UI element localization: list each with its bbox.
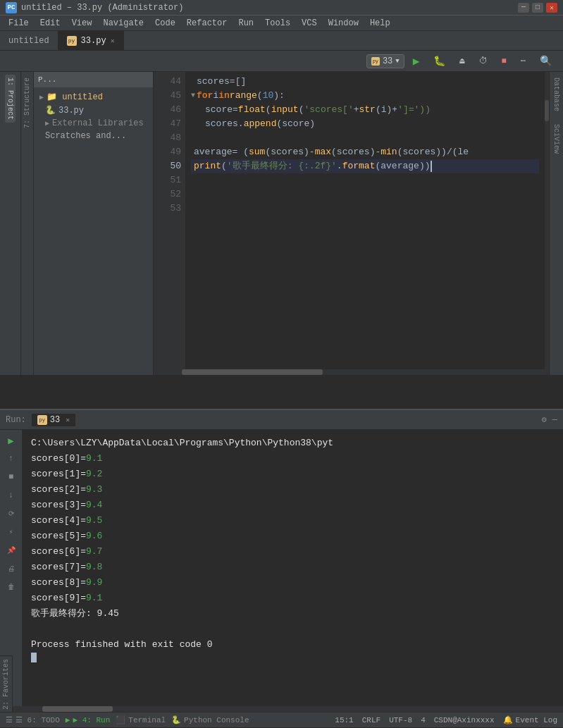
run-tab-icon: py bbox=[37, 415, 47, 425]
run-tab-33[interactable]: py 33 ✕ bbox=[32, 414, 75, 426]
code-content: 44 45 46 47 48 49 50 51 52 53 scores bbox=[154, 72, 549, 369]
code-line-49: average = ( sum (scores)- max (scores)- … bbox=[191, 145, 539, 159]
menubar: File Edit View Navigate Code Refactor Ru… bbox=[0, 16, 563, 31]
main-body: 1: Project 7: Structure P... ▶ 📁 untitle… bbox=[0, 72, 563, 727]
line-numbers: 44 45 46 47 48 49 50 51 52 53 bbox=[154, 72, 185, 369]
coverage-button[interactable]: ⏏ bbox=[454, 54, 470, 68]
code-line-46: score = float ( input ( 'scores[' + str … bbox=[191, 103, 539, 117]
run-status[interactable]: ▶ ▶ 4: Run bbox=[66, 715, 110, 724]
menu-refactor[interactable]: Refactor bbox=[181, 17, 233, 30]
output-scores-2: scores[2]=9.3 bbox=[31, 482, 555, 498]
code-line-51 bbox=[191, 173, 539, 187]
more-button[interactable]: ⋯ bbox=[515, 54, 531, 68]
run-play-button[interactable]: ▶ bbox=[4, 433, 19, 448]
indent-indicator: 4 bbox=[421, 716, 426, 724]
tab-file-label: 33.py bbox=[81, 36, 106, 46]
tree-item-root[interactable]: ▶ 📁 untitled bbox=[34, 90, 153, 104]
scratches-label: Scratches and... bbox=[45, 131, 126, 141]
todo-status[interactable]: ☰ ☰ 6: TODO bbox=[6, 715, 60, 724]
structure-label[interactable]: 7: Structure bbox=[23, 72, 31, 134]
menu-code[interactable]: Code bbox=[149, 17, 181, 30]
run-stop-button[interactable]: ■ bbox=[4, 469, 19, 485]
profile-button[interactable]: ⏱ bbox=[474, 54, 493, 68]
run-down-button[interactable]: ↓ bbox=[4, 488, 19, 503]
menu-run[interactable]: Run bbox=[233, 17, 259, 30]
csdn-label: CSDN@Axinxxxx bbox=[434, 716, 495, 724]
tab-close-icon[interactable]: ✕ bbox=[111, 37, 115, 45]
python-console-status[interactable]: 🐍 Python Console bbox=[171, 715, 249, 724]
file-icon: py bbox=[67, 36, 77, 46]
chevron-icon: ▶ bbox=[45, 119, 49, 128]
debug-button[interactable]: 🐛 bbox=[428, 53, 451, 69]
run-button[interactable]: ▶ bbox=[407, 52, 426, 70]
run-up-button[interactable]: ↑ bbox=[4, 451, 19, 467]
line-num-44: 44 bbox=[154, 75, 181, 89]
delete-button[interactable]: 🗑 bbox=[4, 579, 19, 595]
run-filter-button[interactable]: ⚡ bbox=[4, 524, 19, 540]
code-line-52 bbox=[191, 187, 539, 202]
project-tree: ▶ 📁 untitled 🐍 33.py ▶ External Librarie… bbox=[34, 87, 153, 145]
run-config-label: 33 bbox=[383, 56, 392, 66]
menu-view[interactable]: View bbox=[66, 17, 98, 30]
close-button[interactable]: ✕ bbox=[546, 3, 557, 13]
output-scores-6: scores[6]=9.7 bbox=[31, 544, 555, 560]
pin-button[interactable]: 📌 bbox=[4, 543, 19, 558]
vertical-sidebar: 7: Structure bbox=[21, 72, 34, 375]
tab-untitled[interactable]: untitled bbox=[0, 31, 58, 50]
app-icon: PC bbox=[6, 2, 17, 13]
event-log-btn[interactable]: 🔔 Event Log bbox=[503, 715, 557, 724]
line-num-46: 46 bbox=[154, 103, 181, 117]
run-minimize-icon[interactable]: ─ bbox=[552, 415, 557, 425]
crlf-indicator[interactable]: CRLF bbox=[362, 716, 381, 724]
menu-edit[interactable]: Edit bbox=[35, 17, 66, 30]
run-h-scrollbar[interactable] bbox=[0, 706, 563, 712]
tree-item-external[interactable]: ▶ External Libraries bbox=[34, 117, 153, 130]
line-num-45: 45 bbox=[154, 89, 181, 103]
stop-button[interactable]: ■ bbox=[496, 54, 512, 68]
print-button[interactable]: 🖨 bbox=[4, 561, 19, 576]
output-scores-5: scores[5]=9.6 bbox=[31, 529, 555, 544]
fold-arrow-45[interactable]: ▼ bbox=[191, 89, 195, 103]
sidebar-project-icon[interactable]: 1: Project bbox=[5, 75, 16, 123]
menu-help[interactable]: Help bbox=[364, 17, 396, 30]
encoding-indicator[interactable]: UTF-8 bbox=[389, 716, 412, 724]
database-tab[interactable]: Database bbox=[551, 72, 562, 117]
horizontal-scrollbar[interactable] bbox=[154, 369, 549, 375]
scroll-thumb[interactable] bbox=[545, 100, 549, 121]
code-editor: 44 45 46 47 48 49 50 51 52 53 scores bbox=[154, 72, 549, 375]
menu-window[interactable]: Window bbox=[323, 17, 364, 30]
output-scores-8: scores[8]=9.9 bbox=[31, 575, 555, 591]
window-controls: ─ □ ✕ bbox=[518, 3, 557, 13]
code-lines[interactable]: scores = [] ▼ for i in range ( 10 ): bbox=[185, 72, 545, 369]
search-everywhere-button[interactable]: 🔍 bbox=[534, 53, 557, 69]
h-scroll-thumb[interactable] bbox=[182, 369, 323, 375]
terminal-status[interactable]: ⬛ Terminal bbox=[116, 715, 166, 724]
status-left: ☰ ☰ 6: TODO ▶ ▶ 4: Run ⬛ Terminal 🐍 Pyth… bbox=[6, 715, 249, 724]
run-config-select[interactable]: py 33 ▼ bbox=[366, 54, 404, 68]
output-scores-1: scores[1]=9.2 bbox=[31, 467, 555, 482]
run-settings-icon[interactable]: ⚙ bbox=[542, 414, 547, 425]
menu-vcs[interactable]: VCS bbox=[296, 17, 323, 30]
tab-file[interactable]: py 33.py ✕ bbox=[58, 31, 124, 50]
run-h-scroll-thumb[interactable] bbox=[42, 706, 113, 712]
menu-tools[interactable]: Tools bbox=[259, 17, 296, 30]
event-log-icon: 🔔 bbox=[503, 715, 513, 724]
scview-tab[interactable]: SciView bbox=[551, 118, 562, 159]
minimize-button[interactable]: ─ bbox=[518, 3, 529, 13]
project-panel-title: P... bbox=[38, 75, 56, 84]
maximize-button[interactable]: □ bbox=[532, 3, 543, 13]
run-tab-close-icon[interactable]: ✕ bbox=[66, 416, 70, 424]
run-rerun-button[interactable]: ⟳ bbox=[4, 506, 19, 522]
tree-item-33py[interactable]: 🐍 33.py bbox=[34, 104, 153, 117]
menu-navigate[interactable]: Navigate bbox=[97, 17, 149, 30]
toolbar: py 33 ▼ ▶ 🐛 ⏏ ⏱ ■ ⋯ 🔍 bbox=[0, 51, 563, 72]
line-num-53: 53 bbox=[154, 202, 181, 216]
line-num-50: 50 bbox=[154, 159, 181, 173]
tree-item-scratches[interactable]: Scratches and... bbox=[34, 130, 153, 142]
favorites-label[interactable]: 2: Favorites bbox=[2, 659, 10, 710]
output-path-text: C:\Users\LZY\AppData\Local\Programs\Pyth… bbox=[31, 436, 333, 451]
menu-file[interactable]: File bbox=[3, 17, 35, 30]
root-folder: 📁 untitled bbox=[47, 92, 103, 102]
python-console-label: Python Console bbox=[184, 716, 249, 724]
run-icon: ▶ bbox=[66, 715, 70, 724]
